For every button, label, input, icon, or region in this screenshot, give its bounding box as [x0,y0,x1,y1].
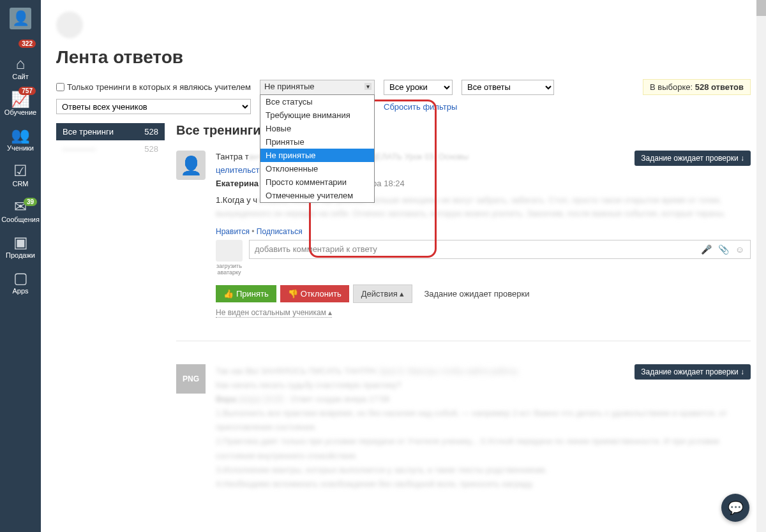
sidebar-item-apps[interactable]: ▢ Apps [0,264,41,300]
main-area: Лента ответов Только тренинги в которых … [41,0,766,532]
trainings-list: Все тренинги 528 ———— 528 [56,123,165,504]
selection-count-box: В выборке: 528 ответов [643,79,751,95]
training-item[interactable]: ———— 528 [56,140,165,158]
png-thumbnail: PNG [176,364,206,394]
status-option[interactable]: Отклоненные [260,162,374,175]
thumbs-up-icon: 👍 [223,289,234,299]
training-item-all[interactable]: Все тренинги 528 [56,123,165,140]
comment-input[interactable]: добавить комментарий к ответу 🎤 📎 ☺ [249,240,751,259]
attach-icon[interactable]: 📎 [718,244,731,255]
badge-count: 39 [24,198,37,206]
emoji-icon[interactable]: ☺ [735,244,746,255]
status-pill[interactable]: Задание ожидает проверки ↓ [635,151,751,166]
status-option[interactable]: Требующие внимания [260,108,374,122]
status-option[interactable]: Принятые [260,135,374,149]
visibility-toggle[interactable]: Не виден остальным ученикам ▴ [216,308,332,318]
badge-count: 757 [19,87,36,95]
reject-button[interactable]: 👎 Отклонить [280,285,349,302]
sidebar-item-sales[interactable]: ▣ Продажи [0,228,41,264]
sidebar-item-crm[interactable]: ☑ CRM [0,157,41,193]
chat-fab-button[interactable]: 💬 [721,494,749,522]
phone-icon: ▢ [0,270,41,286]
status-option[interactable]: Новые [260,122,374,135]
sidebar: 👤 322 ⌂ Сайт 📈 757 Обучение 👥 Ученики ☑ … [0,0,41,532]
status-dropdown: Все статусы Требующие внимания Новые При… [260,94,375,203]
safe-icon: ▣ [0,235,41,250]
status-filter-select[interactable]: Не принятые [260,80,375,95]
page-title: Лента ответов [56,47,751,68]
subscribe-link[interactable]: Подписаться [257,227,303,236]
sidebar-item-profile-badge[interactable]: 322 [0,38,41,50]
sidebar-item-site[interactable]: ⌂ Сайт [0,50,41,85]
thumbs-down-icon: 👎 [288,289,298,299]
chat-icon: 💬 [728,500,744,515]
profile-avatar[interactable]: 👤 [10,8,31,29]
scrollbar-track[interactable] [756,0,766,532]
teacher-only-checkbox[interactable]: Только тренинги в которых я являюсь учит… [56,82,251,92]
divider [176,341,751,341]
status-option[interactable]: Просто комментарии [260,175,374,189]
students-filter-select[interactable]: Ответы всех учеников [56,99,251,114]
status-option-selected[interactable]: Не принятые [260,149,374,162]
sidebar-item-messages[interactable]: ✉ 39 Сообщения [0,193,41,228]
teacher-only-input[interactable] [56,83,64,91]
actions-button[interactable]: Действия ▴ [353,284,413,303]
check-icon: ☑ [0,163,41,179]
sidebar-item-students[interactable]: 👥 Ученики [0,121,41,157]
reset-filters-link[interactable]: Сбросить фильтры [384,102,457,112]
home-icon: ⌂ [0,56,41,71]
scrollbar-thumb[interactable] [756,0,766,16]
upload-avatar[interactable]: загрузить аватарку [216,240,243,276]
accept-button[interactable]: 👍 Принять [216,285,276,302]
brand-logo [56,11,83,38]
sidebar-item-learning[interactable]: 📈 757 Обучение [0,85,41,121]
answers-filter-select[interactable]: Все ответы [462,80,554,95]
lessons-filter-select[interactable]: Все уроки [384,80,453,95]
answer-card: PNG Задание ожидает проверки ↓ Так как В… [176,364,751,491]
mic-icon[interactable]: 🎤 [701,244,714,255]
status-option[interactable]: Отмеченные учителем [260,189,374,202]
await-text: Задание ожидает проверки [424,289,529,299]
status-option[interactable]: Все статусы [260,95,374,108]
group-icon: 👥 [0,128,41,143]
like-link[interactable]: Нравится [216,227,250,236]
user-avatar-icon: 👤 [176,151,206,180]
course-link[interactable]: целительст [216,165,259,175]
badge-count: 322 [19,40,36,48]
author-name: Екатерина [216,179,259,188]
